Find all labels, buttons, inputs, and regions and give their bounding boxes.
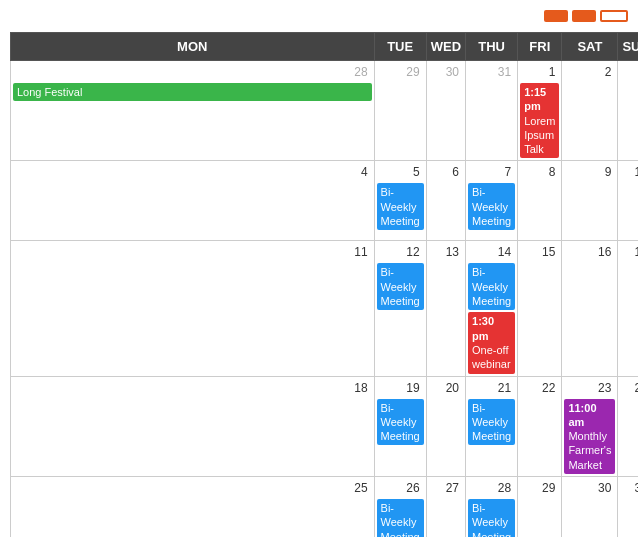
calendar-cell[interactable]: 12Bi-Weekly Meeting bbox=[374, 241, 426, 376]
calendar-cell[interactable]: 22 bbox=[518, 376, 562, 476]
day-number: 27 bbox=[429, 479, 463, 497]
dow-header: MON bbox=[11, 33, 375, 61]
calendar-cell[interactable]: 11:15 pm Lorem Ipsum Talk bbox=[518, 61, 562, 161]
dow-header: WED bbox=[426, 33, 465, 61]
calendar-cell[interactable]: 28Long Festival bbox=[11, 61, 375, 161]
calendar-cell[interactable]: 31 bbox=[618, 477, 638, 537]
day-number: 20 bbox=[429, 379, 463, 397]
day-number: 26 bbox=[377, 479, 424, 497]
day-number: 31 bbox=[620, 479, 638, 497]
calendar-cell[interactable]: 16 bbox=[562, 241, 618, 376]
dow-header: THU bbox=[466, 33, 518, 61]
day-number: 28 bbox=[13, 63, 372, 81]
calendar-cell[interactable]: 21Bi-Weekly Meeting bbox=[466, 376, 518, 476]
calendar-cell[interactable]: 28Bi-Weekly Meeting bbox=[466, 477, 518, 537]
day-number: 11 bbox=[13, 243, 372, 261]
calendar-week-row: 2526Bi-Weekly Meeting2728Bi-Weekly Meeti… bbox=[11, 477, 639, 537]
calendar-event[interactable]: Bi-Weekly Meeting bbox=[377, 183, 424, 230]
calendar-table: MONTUEWEDTHUFRISATSUN 28Long Festival293… bbox=[10, 32, 638, 537]
day-number: 2 bbox=[564, 63, 615, 81]
next-button[interactable] bbox=[572, 10, 596, 22]
prev-button[interactable] bbox=[544, 10, 568, 22]
calendar-week-row: 1819Bi-Weekly Meeting2021Bi-Weekly Meeti… bbox=[11, 376, 639, 476]
calendar-cell[interactable]: 7Bi-Weekly Meeting bbox=[466, 161, 518, 241]
day-number: 23 bbox=[564, 379, 615, 397]
day-number: 18 bbox=[13, 379, 372, 397]
calendar-event[interactable]: 1:30 pm One-off webinar bbox=[468, 312, 515, 373]
multiday-event[interactable]: Long Festival bbox=[13, 83, 372, 101]
calendar-cell[interactable]: 6 bbox=[426, 161, 465, 241]
calendar-header bbox=[10, 10, 628, 22]
day-number: 3 bbox=[620, 63, 638, 81]
calendar-cell[interactable]: 5Bi-Weekly Meeting bbox=[374, 161, 426, 241]
calendar-cell[interactable]: 27 bbox=[426, 477, 465, 537]
day-number: 19 bbox=[377, 379, 424, 397]
calendar-cell[interactable]: 15 bbox=[518, 241, 562, 376]
day-number: 29 bbox=[520, 479, 559, 497]
calendar-cell[interactable]: 11 bbox=[11, 241, 375, 376]
day-number: 24 bbox=[620, 379, 638, 397]
calendar-cell[interactable]: 26Bi-Weekly Meeting bbox=[374, 477, 426, 537]
day-number: 30 bbox=[429, 63, 463, 81]
today-button[interactable] bbox=[600, 10, 628, 22]
calendar-cell[interactable]: 18 bbox=[11, 376, 375, 476]
calendar-event[interactable]: 11:00 am Monthly Farmer's Market bbox=[564, 399, 615, 474]
calendar-cell[interactable]: 9 bbox=[562, 161, 618, 241]
dow-header: TUE bbox=[374, 33, 426, 61]
calendar-event[interactable]: 1:15 pm Lorem Ipsum Talk bbox=[520, 83, 559, 158]
calendar-cell[interactable]: 25 bbox=[11, 477, 375, 537]
calendar-header-row: MONTUEWEDTHUFRISATSUN bbox=[11, 33, 639, 61]
day-number: 10 bbox=[620, 163, 638, 181]
calendar-cell[interactable]: 17 bbox=[618, 241, 638, 376]
calendar-event[interactable]: Bi-Weekly Meeting bbox=[468, 499, 515, 537]
calendar-event[interactable]: Bi-Weekly Meeting bbox=[468, 183, 515, 230]
dow-header: SAT bbox=[562, 33, 618, 61]
day-number: 13 bbox=[429, 243, 463, 261]
calendar-cell[interactable]: 19Bi-Weekly Meeting bbox=[374, 376, 426, 476]
day-number: 1 bbox=[520, 63, 559, 81]
calendar-cell[interactable]: 4 bbox=[11, 161, 375, 241]
day-number: 15 bbox=[520, 243, 559, 261]
day-number: 16 bbox=[564, 243, 615, 261]
calendar-cell[interactable]: 20 bbox=[426, 376, 465, 476]
day-number: 7 bbox=[468, 163, 515, 181]
calendar-cell[interactable]: 30 bbox=[426, 61, 465, 161]
day-number: 29 bbox=[377, 63, 424, 81]
calendar-cell[interactable]: 10 bbox=[618, 161, 638, 241]
calendar-event[interactable]: Bi-Weekly Meeting bbox=[377, 399, 424, 446]
calendar-event[interactable]: Bi-Weekly Meeting bbox=[377, 263, 424, 310]
calendar-week-row: 45Bi-Weekly Meeting67Bi-Weekly Meeting89… bbox=[11, 161, 639, 241]
calendar-cell[interactable]: 13 bbox=[426, 241, 465, 376]
day-number: 6 bbox=[429, 163, 463, 181]
day-number: 21 bbox=[468, 379, 515, 397]
day-number: 31 bbox=[468, 63, 515, 81]
calendar-cell[interactable]: 29 bbox=[518, 477, 562, 537]
day-number: 14 bbox=[468, 243, 515, 261]
day-number: 9 bbox=[564, 163, 615, 181]
day-number: 25 bbox=[13, 479, 372, 497]
day-number: 12 bbox=[377, 243, 424, 261]
calendar-cell[interactable]: 31 bbox=[466, 61, 518, 161]
day-number: 22 bbox=[520, 379, 559, 397]
nav-buttons bbox=[544, 10, 628, 22]
calendar-cell[interactable]: 2 bbox=[562, 61, 618, 161]
calendar-event[interactable]: Bi-Weekly Meeting bbox=[468, 399, 515, 446]
calendar-cell[interactable]: 3 bbox=[618, 61, 638, 161]
dow-header: SUN bbox=[618, 33, 638, 61]
dow-header: FRI bbox=[518, 33, 562, 61]
calendar-cell[interactable]: 24 bbox=[618, 376, 638, 476]
calendar-cell[interactable]: 8 bbox=[518, 161, 562, 241]
calendar-cell[interactable]: 2311:00 am Monthly Farmer's Market bbox=[562, 376, 618, 476]
day-number: 30 bbox=[564, 479, 615, 497]
calendar-event[interactable]: Bi-Weekly Meeting bbox=[468, 263, 515, 310]
day-number: 8 bbox=[520, 163, 559, 181]
calendar-cell[interactable]: 29 bbox=[374, 61, 426, 161]
calendar-event[interactable]: Bi-Weekly Meeting bbox=[377, 499, 424, 537]
day-number: 28 bbox=[468, 479, 515, 497]
day-number: 17 bbox=[620, 243, 638, 261]
calendar-week-row: 1112Bi-Weekly Meeting1314Bi-Weekly Meeti… bbox=[11, 241, 639, 376]
day-number: 4 bbox=[13, 163, 372, 181]
calendar-cell[interactable]: 30 bbox=[562, 477, 618, 537]
calendar-cell[interactable]: 14Bi-Weekly Meeting1:30 pm One-off webin… bbox=[466, 241, 518, 376]
day-number: 5 bbox=[377, 163, 424, 181]
